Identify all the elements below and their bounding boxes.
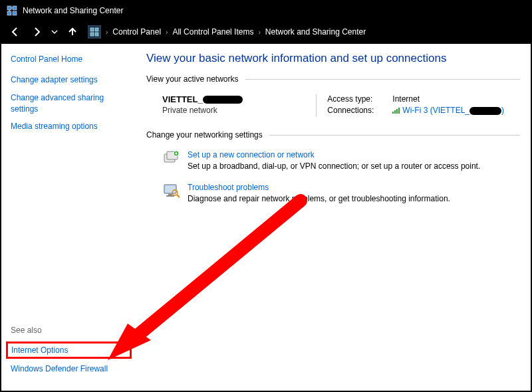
- svg-rect-7: [95, 28, 98, 31]
- connection-link[interactable]: Wi-Fi 3 (VIETTEL_): [402, 106, 504, 115]
- breadcrumb-control-panel[interactable]: Control Panel: [112, 27, 161, 37]
- redacted-text: [203, 96, 243, 104]
- svg-rect-0: [7, 6, 11, 10]
- svg-rect-14: [168, 194, 172, 195]
- troubleshoot-icon: [162, 183, 181, 199]
- connections-label: Connections:: [327, 106, 380, 115]
- svg-rect-2: [7, 11, 11, 15]
- wifi-signal-icon: [392, 107, 400, 114]
- see-also-internet-options[interactable]: Internet Options: [11, 345, 68, 355]
- chevron-right-icon[interactable]: ›: [166, 29, 168, 36]
- forward-button[interactable]: [28, 23, 45, 41]
- breadcrumb-current[interactable]: Network and Sharing Center: [265, 27, 366, 37]
- recent-locations-dropdown[interactable]: [49, 23, 60, 41]
- see-also-firewall[interactable]: Windows Defender Firewall: [11, 364, 132, 373]
- svg-rect-3: [13, 11, 17, 15]
- task-troubleshoot-link[interactable]: Troubleshoot problems: [188, 183, 450, 192]
- content-area: Control Panel Home Change adapter settin…: [1, 44, 531, 391]
- navigation-bar: › Control Panel › All Control Panel Item…: [1, 20, 531, 44]
- title-bar: Network and Sharing Center: [1, 1, 531, 20]
- task-troubleshoot-desc: Diagnose and repair network problems, or…: [188, 194, 450, 203]
- task-new-connection: Set up a new connection or network Set u…: [146, 147, 520, 180]
- access-type-value: Internet: [392, 94, 420, 104]
- page-title: View your basic network information and …: [146, 52, 520, 65]
- breadcrumb-all-items[interactable]: All Control Panel Items: [172, 27, 253, 37]
- control-panel-icon[interactable]: [88, 25, 101, 39]
- svg-rect-8: [90, 33, 94, 36]
- back-button[interactable]: [7, 23, 24, 41]
- svg-rect-1: [13, 6, 17, 10]
- breadcrumb: › Control Panel › All Control Panel Item…: [88, 25, 366, 39]
- svg-rect-9: [95, 33, 98, 36]
- access-type-label: Access type:: [327, 94, 380, 104]
- task-troubleshoot: Troubleshoot problems Diagnose and repai…: [146, 180, 520, 213]
- sidebar: Control Panel Home Change adapter settin…: [1, 44, 141, 391]
- svg-rect-15: [166, 195, 174, 197]
- control-panel-home-link[interactable]: Control Panel Home: [11, 54, 132, 64]
- task-new-connection-desc: Set up a broadband, dial-up, or VPN conn…: [188, 161, 480, 171]
- network-name[interactable]: VIETTEL_: [162, 94, 243, 104]
- svg-line-17: [177, 195, 180, 197]
- network-type: Private network: [162, 106, 316, 115]
- main-panel: View your basic network information and …: [141, 44, 531, 391]
- active-network-row: VIETTEL_ Private network Access type: In…: [146, 92, 520, 130]
- svg-rect-6: [90, 28, 94, 31]
- network-name-prefix: VIETTEL_: [162, 94, 203, 104]
- change-settings-header: Change your networking settings: [146, 130, 520, 140]
- window-title: Network and Sharing Center: [23, 6, 123, 15]
- chevron-right-icon[interactable]: ›: [106, 29, 108, 36]
- task-new-connection-link[interactable]: Set up a new connection or network: [188, 150, 480, 159]
- sidebar-link-advanced-sharing[interactable]: Change advanced sharing settings: [11, 92, 132, 115]
- svg-rect-13: [164, 185, 176, 193]
- redacted-text: [469, 107, 501, 115]
- up-button[interactable]: [64, 23, 81, 41]
- active-networks-header: View your active networks: [146, 74, 520, 84]
- active-networks-label: View your active networks: [146, 74, 239, 84]
- change-settings-label: Change your networking settings: [146, 130, 263, 140]
- sidebar-link-adapter-settings[interactable]: Change adapter settings: [11, 74, 132, 86]
- sidebar-link-media-streaming[interactable]: Media streaming options: [11, 121, 132, 132]
- chevron-right-icon[interactable]: ›: [258, 29, 260, 36]
- app-icon: [7, 5, 17, 16]
- new-connection-icon: [162, 150, 181, 166]
- annotation-highlight-box: Internet Options: [6, 342, 132, 359]
- see-also-heading: See also: [11, 326, 132, 335]
